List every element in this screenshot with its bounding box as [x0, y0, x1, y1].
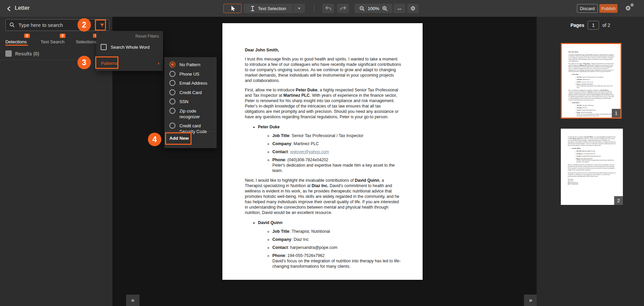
pattern-option-email-address[interactable]: Email Address [169, 80, 217, 86]
radio-icon[interactable] [169, 108, 175, 114]
doc-detail-item: Job Title: Advertising Art Director [576, 150, 616, 152]
tab-selections[interactable]: Selections [76, 39, 97, 44]
document-page[interactable]: Dear John Smith,I trust this message fin… [222, 23, 423, 280]
zoom-out-icon [359, 6, 365, 11]
doc-person-item: David QuinnJob Title: Therapist, Nutriti… [258, 220, 401, 269]
back-button[interactable] [5, 4, 13, 13]
page-thumbnail-2[interactable]: I would also like to introduce Jennifer … [561, 129, 623, 205]
document-content: Dear John Smith,I trust this message fin… [222, 23, 423, 269]
doc-detail-item: Job Title: Therapist, Nutritional [577, 105, 614, 106]
pattern-option-no-pattern[interactable]: No Pattern [169, 61, 217, 68]
redo-button[interactable] [337, 4, 349, 13]
results-checkbox[interactable] [5, 50, 12, 57]
doc-paragraph: First, allow me to introduce Peter Duke,… [245, 87, 401, 120]
advanced-settings-button[interactable]: ⚙ ⚙ [625, 4, 636, 13]
discard-button[interactable]: Discard [577, 4, 598, 13]
step-badge-4: 4 [148, 133, 161, 146]
whole-word-checkbox[interactable] [101, 44, 107, 50]
doc-paragraph: First, allow me to introduce Peter Duke,… [569, 63, 614, 72]
filter-menu: Reset Filters Search Whole Word Patterns… [96, 31, 163, 71]
left-sidebar: Detections 0 Text Search 0 Selections 0 … [0, 17, 112, 306]
pattern-option-credit-card[interactable]: Credit Card [169, 89, 217, 95]
doc-detail-item: Company: Diaz Inc [272, 237, 401, 242]
pattern-option-label: Credit card Security Code [179, 123, 217, 134]
collapse-right-panel-button[interactable]: » [524, 295, 537, 306]
radio-icon[interactable] [169, 123, 175, 129]
double-chevron-right-icon: » [529, 297, 532, 304]
back-chevron-icon [6, 6, 12, 11]
text-selection-button[interactable]: Text Selection [244, 4, 293, 13]
patterns-menu-item[interactable]: Patterns › [96, 57, 163, 71]
doc-detail-item: Phone: (040)308-7824x04202Peter's dedica… [272, 157, 401, 173]
submenu-divider [164, 131, 217, 132]
doc-detail-item: Phone: 380-061-8374x1201Jennifer's work … [576, 158, 616, 163]
tab-text-search[interactable]: Text Search [41, 39, 64, 44]
pages-header: Pages of 2 [537, 21, 644, 30]
fit-width-button[interactable]: ↔ [394, 4, 405, 13]
text-cursor-icon [250, 6, 255, 11]
undo-button[interactable] [322, 4, 334, 13]
pattern-option-label: No Pattern [179, 61, 217, 68]
collapse-left-panel-button[interactable]: « [126, 295, 140, 306]
search-box [5, 19, 109, 31]
zoom-out-button[interactable] [359, 6, 365, 11]
doc-paragraph: Dear John Smith, [245, 47, 401, 53]
text-selection-label: Text Selection [258, 6, 286, 11]
zoom-in-button[interactable] [382, 6, 388, 11]
undo-icon [325, 6, 332, 11]
page-title: Letter [15, 5, 30, 11]
pages-panel: Pages of 2 Dear John Smith,I trust this … [537, 17, 644, 306]
thumbnail-1-number: 1 [612, 109, 621, 118]
doc-paragraph: We are incredibly proud of the contribut… [568, 164, 616, 171]
settings-button[interactable]: ⚙ [407, 4, 419, 13]
pattern-option-zip-code-recognizer[interactable]: Zip code recognizer [169, 108, 217, 120]
radio-icon[interactable] [169, 80, 175, 86]
doc-detail-item: Contact: sherylmiller@morgan-brooks.org [576, 155, 616, 157]
doc-person-item: Jennifer WellsJob Title: Advertising Art… [572, 147, 616, 163]
pointer-cursor-icon [230, 5, 235, 11]
gear-icon: ⚙ [410, 5, 415, 12]
double-chevron-left-icon: « [131, 297, 134, 304]
pattern-option-phone-us[interactable]: Phone US [169, 71, 217, 77]
zoom-controls: 100% [355, 4, 392, 13]
pattern-option-credit-card-security-code[interactable]: Credit card Security Code [169, 123, 217, 134]
patterns-label: Patterns [101, 61, 118, 66]
pattern-option-ssn[interactable]: SSN [169, 98, 217, 104]
pattern-option-label: Credit Card [179, 89, 217, 95]
radio-selected-icon[interactable] [169, 61, 175, 68]
doc-detail-item: Contact: harpersandra@pope.com [577, 110, 614, 111]
doc-detail-item: Contact: wglover@yahoo.com [577, 81, 614, 83]
page-thumbnail-1[interactable]: Dear John Smith,I trust this message fin… [561, 43, 622, 119]
email-link[interactable]: wglover@yahoo.com [582, 81, 593, 83]
radio-icon[interactable] [169, 71, 175, 77]
doc-detail-item: Phone: 194-055-7526x7962David's focus on… [577, 112, 614, 117]
gear-small-icon: ⚙ [630, 3, 634, 7]
publish-button[interactable]: Publish [599, 4, 618, 13]
doc-paragraph: Next, I would like to highlight the inva… [245, 178, 401, 215]
radio-icon[interactable] [169, 98, 175, 104]
step-badge-3: 3 [77, 56, 91, 69]
reset-filters-button[interactable]: Reset Filters [136, 34, 159, 39]
results-row: Results (0) [5, 50, 39, 57]
text-selection-dropdown-button[interactable]: ▼ [293, 4, 305, 13]
radio-icon[interactable] [169, 89, 175, 95]
doc-detail-item: Company: Diaz Inc [577, 107, 614, 109]
pages-total: of 2 [602, 23, 610, 28]
email-link[interactable]: wglover@yahoo.com [290, 149, 329, 154]
page-number-input[interactable] [588, 21, 599, 30]
search-whole-word-option[interactable]: Search Whole Word [101, 44, 150, 50]
doc-detail-item: Contact: harpersandra@pope.com [272, 245, 401, 250]
whole-word-label: Search Whole Word [111, 45, 150, 50]
thumbnail-2-number: 2 [614, 196, 623, 205]
add-new-pattern-button[interactable]: Add New [169, 136, 189, 141]
thumbnail-2-content: I would also like to introduce Jennifer … [561, 129, 623, 205]
redo-icon [340, 6, 346, 11]
top-bar: Letter Text Selection ▼ 100% ↔ ⚙ Discard… [0, 0, 644, 17]
doc-detail-item: Company: Cruz, Brown and Carr [576, 153, 616, 155]
search-input[interactable] [18, 20, 86, 30]
tab-detections[interactable]: Detections [5, 39, 27, 44]
doc-person-item: David QuinnJob Title: Therapist, Nutriti… [572, 102, 614, 117]
filter-funnel-button[interactable] [95, 19, 106, 31]
tab-text-search-badge: 0 [60, 34, 65, 38]
pointer-tool-button[interactable] [223, 4, 241, 13]
